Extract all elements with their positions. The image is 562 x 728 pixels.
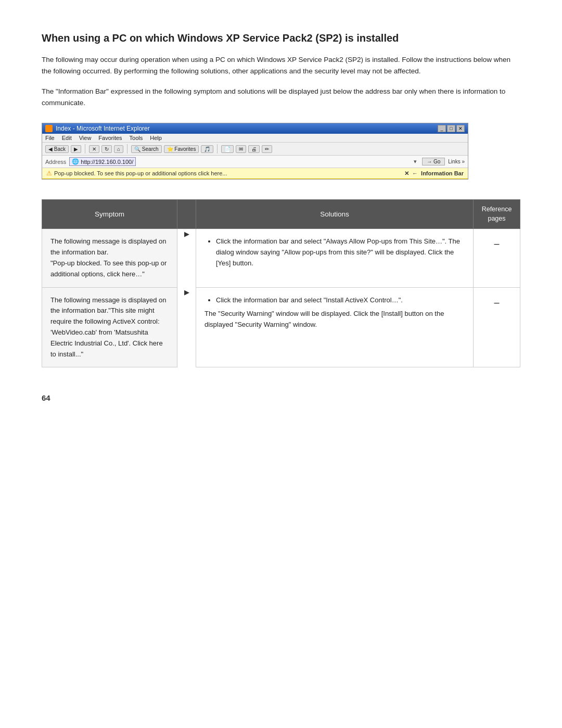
- col-header-solutions: Solutions: [196, 200, 474, 229]
- ie-infobar-text: Pop-up blocked. To see this pop-up or ad…: [54, 170, 227, 176]
- solution-bullet-item-1: Click the information bar and select "In…: [216, 295, 465, 306]
- ie-links-button: Links »: [448, 159, 465, 164]
- solution-extra-1: The "Security Warning" window will be di…: [205, 309, 465, 330]
- ie-go-button: → Go: [422, 158, 445, 165]
- col-header-arrow-spacer: [177, 200, 196, 229]
- ie-menubar: File Edit View Favorites Tools Help: [42, 134, 468, 143]
- ie-addressbar: Address 🌐 http://192.160.0.100/ ▾ → Go L…: [42, 156, 468, 168]
- solution-cell-0: Click the information bar and select "Al…: [196, 229, 474, 287]
- page-title: When using a PC on which Windows XP Serv…: [42, 31, 520, 45]
- ie-infobar-label: Information Bar: [421, 170, 464, 176]
- ie-forward-btn: ▶: [71, 145, 81, 153]
- ie-back-btn: ◀ Back: [45, 145, 69, 153]
- intro-paragraph-2: The "Information Bar" expressed in the f…: [42, 86, 520, 108]
- ie-history-btn: 📄: [221, 145, 234, 153]
- solution-bullet-item-0: Click the information bar and select "Al…: [216, 236, 465, 269]
- ie-menu-favorites: Favorites: [98, 135, 122, 141]
- ie-home-btn: ⌂: [114, 145, 123, 153]
- ie-infobar-left: ⚠ Pop-up blocked. To see this pop-up or …: [46, 170, 227, 177]
- reference-cell-1: –: [474, 287, 520, 367]
- ie-address-label: Address: [45, 159, 66, 165]
- symptom-cell-0: The following message is displayed on th…: [42, 229, 177, 287]
- ie-infobar: ⚠ Pop-up blocked. To see this pop-up or …: [42, 168, 468, 179]
- ie-menu-file: File: [45, 135, 55, 141]
- ie-stop-btn: ✕: [89, 145, 99, 153]
- arrow-icon-1: ▶: [177, 287, 196, 367]
- ie-mail-btn: ✉: [236, 145, 246, 153]
- ie-toolbar: ◀ Back ▶ ✕ ↻ ⌂ 🔍 Search ⭐ Favorites 🎵 📄 …: [42, 143, 468, 156]
- ie-media-btn: 🎵: [201, 145, 213, 153]
- ie-infobar-right: ✕ ← Information Bar: [404, 170, 464, 177]
- ie-menu-view: View: [79, 135, 92, 141]
- ie-menu-edit: Edit: [62, 135, 72, 141]
- ie-print-btn: 🖨: [248, 145, 260, 153]
- ie-infobar-close-icon: ✕: [404, 170, 409, 177]
- page-number: 64: [42, 393, 520, 402]
- ie-toolbar-sep-3: [217, 144, 218, 154]
- col-header-symptom: Symptom: [42, 200, 177, 229]
- ie-menu-tools: Tools: [130, 135, 143, 141]
- ie-infobar-arrow-icon: ←: [412, 170, 418, 176]
- ie-address-value: http://192.160.0.100/: [81, 159, 133, 165]
- ie-toolbar-sep-2: [127, 144, 127, 154]
- ie-titlebar: Index - Microsoft Internet Explorer _ □ …: [42, 123, 468, 134]
- ie-close-btn: ✕: [456, 125, 465, 132]
- ie-titlebar-left: Index - Microsoft Internet Explorer: [45, 125, 150, 132]
- arrow-icon-0: ▶: [177, 229, 196, 287]
- ie-dropdown-btn: ▾: [414, 158, 417, 165]
- ie-minimize-btn: _: [438, 125, 446, 132]
- solution-cell-1: Click the information bar and select "In…: [196, 287, 474, 367]
- ie-window-title: Index - Microsoft Internet Explorer: [56, 125, 150, 132]
- ie-window-screenshot: Index - Microsoft Internet Explorer _ □ …: [42, 123, 468, 180]
- col-header-reference: Reference pages: [474, 200, 520, 229]
- ie-favicon: [45, 125, 53, 132]
- intro-paragraph-1: The following may occur during operation…: [42, 54, 520, 76]
- ie-restore-btn: □: [447, 125, 455, 132]
- ie-menu-help: Help: [150, 135, 162, 141]
- reference-cell-0: –: [474, 229, 520, 287]
- symptoms-table: Symptom Solutions Reference pages The fo…: [42, 199, 520, 367]
- ie-favorites-btn: ⭐ Favorites: [164, 145, 199, 153]
- ie-window-buttons: _ □ ✕: [438, 125, 465, 132]
- ie-toolbar-sep-1: [85, 144, 85, 154]
- ie-edit-btn: ✏: [262, 145, 272, 153]
- symptom-cell-1: The following message is displayed on th…: [42, 287, 177, 367]
- ie-infobar-warning-icon: ⚠: [46, 170, 52, 177]
- ie-search-btn: 🔍 Search: [131, 145, 161, 153]
- ie-address-icon: 🌐 http://192.160.0.100/: [69, 157, 136, 166]
- ie-refresh-btn: ↻: [101, 145, 112, 153]
